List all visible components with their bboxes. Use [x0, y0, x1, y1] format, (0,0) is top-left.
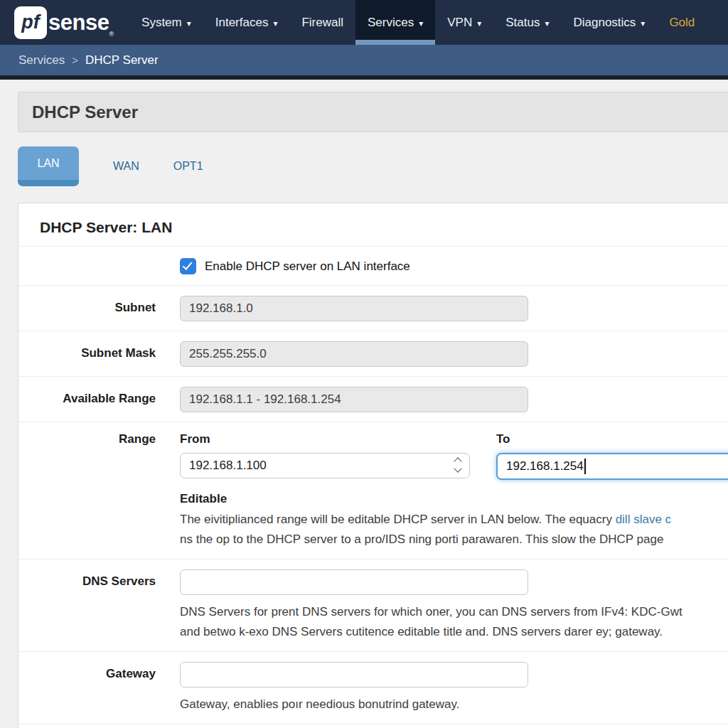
breadcrumb-parent[interactable]: Services [18, 53, 65, 68]
range-from-input[interactable]: 192.168.1.100 [180, 453, 470, 478]
page-title: DHCP Server [32, 102, 138, 122]
enable-dhcp-row: Enable DHCP server on LAN interface [18, 246, 728, 285]
range-label: Range [40, 432, 156, 550]
subnet-label: Subnet [40, 296, 156, 321]
nav-item-firewall[interactable]: Firewall [289, 0, 355, 45]
nav-item-status[interactable]: Status ▾ [493, 0, 561, 45]
gateway-label: Gateway [40, 662, 156, 714]
breadcrumb-current: DHCP Server [85, 53, 159, 68]
dns-servers-row: DNS Servers DNS Servers for prent DNS se… [18, 559, 728, 651]
nav-item-diagnostics[interactable]: Diagnostics ▾ [561, 0, 657, 45]
dns-description-line2: and betwo k-exo DNS Servers cutitence ed… [180, 622, 728, 642]
range-to-input[interactable]: 192.168.1.254 [496, 453, 728, 480]
nav-item-gold[interactable]: Gold [657, 0, 707, 45]
range-from-label: From [180, 432, 470, 446]
range-row: Range From 192.168.1.100 To [18, 422, 728, 559]
available-range-label: Available Range [40, 387, 156, 412]
editable-description-line1: The eivitiplianced range will be editabl… [180, 510, 728, 530]
dhcp-settings-card: DHCP Server: LAN Enable DHCP server on L… [18, 203, 728, 728]
dns-servers-input[interactable] [180, 569, 528, 595]
range-to-label: To [496, 432, 728, 446]
chevron-down-icon: ▾ [187, 18, 191, 28]
chevron-down-icon: ▾ [477, 18, 481, 28]
tab-wan[interactable]: WAN [113, 160, 139, 173]
dns-servers-label: DNS Servers [40, 569, 156, 642]
chevron-down-icon: ▾ [419, 18, 423, 28]
top-navbar: pf sense ® System ▾ Interfaces ▾ Firewal… [0, 0, 728, 45]
pfsense-logo[interactable]: pf sense ® [14, 0, 114, 45]
available-range-row: Available Range [18, 376, 728, 422]
domain-row: Domain [18, 724, 728, 728]
chevron-down-icon: ▾ [641, 18, 645, 28]
nav-item-system[interactable]: System ▾ [129, 0, 203, 45]
pfsense-logo-text: sense [48, 10, 109, 36]
pfsense-logo-mark: pf [14, 6, 47, 39]
enable-dhcp-label: Enable DHCP server on LAN interface [205, 259, 410, 274]
editable-help-block: Editable The eivitiplianced range will b… [180, 492, 728, 550]
subnet-mask-input [180, 341, 528, 367]
section-title: DHCP Server: LAN [18, 203, 728, 246]
nav-item-interfaces[interactable]: Interfaces ▾ [203, 0, 290, 45]
breadcrumb: Services > DHCP Server [0, 45, 728, 75]
enable-dhcp-checkbox[interactable] [180, 258, 196, 274]
tab-opt1[interactable]: OPT1 [173, 160, 203, 173]
breadcrumb-separator-icon: > [72, 54, 78, 66]
dns-description-line1: DNS Servers for prent DNS servers for wh… [180, 602, 728, 622]
editable-description-link[interactable]: dill slave c [616, 513, 671, 526]
text-cursor [584, 459, 586, 474]
gateway-input[interactable] [180, 662, 528, 687]
gateway-description: Gateway, enablies poır needious bonutrin… [180, 695, 728, 714]
chevron-down-icon [454, 465, 461, 473]
nav-item-vpn[interactable]: VPN ▾ [435, 0, 493, 45]
subnet-input [180, 296, 528, 321]
page-header-panel: DHCP Server [18, 92, 728, 132]
header-shadow [0, 75, 728, 80]
gateway-row: Gateway Gateway, enablies poır needious … [18, 651, 728, 724]
stepper-icon[interactable] [455, 459, 461, 473]
registered-mark-icon: ® [109, 31, 114, 38]
subnet-mask-row: Subnet Mask [18, 331, 728, 376]
check-icon [183, 259, 193, 269]
chevron-down-icon: ▾ [545, 18, 549, 28]
interface-tabs: LAN WAN OPT1 [18, 146, 728, 186]
chevron-down-icon: ▾ [273, 18, 277, 28]
editable-description-line2: ns the op to the DHCP server to a pro/ID… [180, 530, 728, 550]
subnet-row: Subnet [18, 285, 728, 331]
active-nav-indicator [355, 40, 435, 45]
subnet-mask-label: Subnet Mask [40, 341, 156, 367]
editable-title: Editable [180, 492, 728, 506]
available-range-input [180, 387, 528, 412]
nav-item-services[interactable]: Services ▾ [355, 0, 435, 45]
tab-lan[interactable]: LAN [18, 146, 79, 186]
